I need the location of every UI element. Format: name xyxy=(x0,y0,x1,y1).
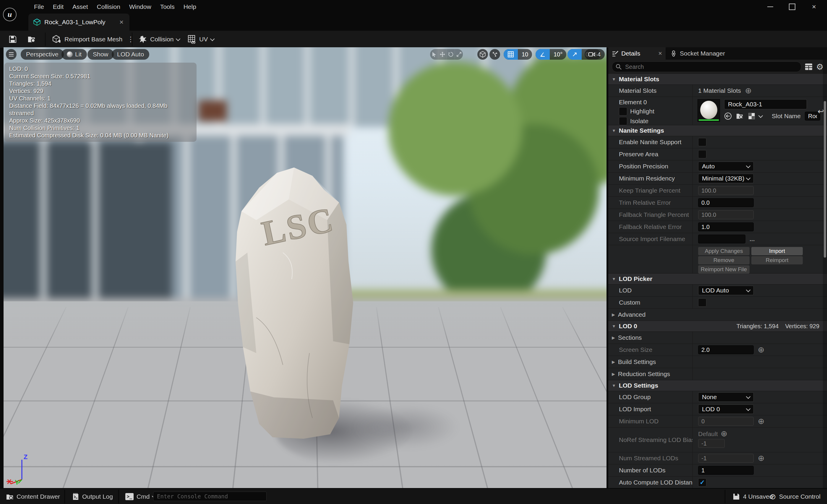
add-material-slot-icon[interactable]: ⊕ xyxy=(745,87,752,95)
isolate-checkbox[interactable] xyxy=(619,117,627,125)
search-input[interactable] xyxy=(625,63,797,70)
rotation-snap-control[interactable]: 10° xyxy=(536,49,566,60)
num-streamed-reset-icon[interactable]: ⊕ xyxy=(758,454,765,462)
screen-size-input[interactable] xyxy=(698,345,754,354)
minimum-lod-input[interactable] xyxy=(698,417,754,426)
menu-edit[interactable]: Edit xyxy=(48,1,68,12)
enable-nanite-checkbox[interactable] xyxy=(698,138,707,146)
camera-speed-control[interactable]: 4 xyxy=(585,49,605,60)
rotation-snap-value[interactable]: 10° xyxy=(550,49,566,60)
browse-to-asset-button[interactable] xyxy=(27,33,37,46)
build-settings-expander[interactable]: ▶ Build Settings xyxy=(608,356,827,368)
menu-help[interactable]: Help xyxy=(179,1,201,12)
chevron-down-icon[interactable] xyxy=(759,113,763,118)
num-streamed-lods-input[interactable] xyxy=(698,454,754,463)
position-precision-dropdown[interactable]: Auto xyxy=(698,162,754,171)
minimum-residency-dropdown[interactable]: Minimal (32KB) xyxy=(698,174,754,183)
surface-snapping-button[interactable] xyxy=(489,49,500,60)
reduction-settings-expander[interactable]: ▶ Reduction Settings xyxy=(608,368,827,380)
material-asset-dropdown[interactable]: Rock_A03-1 xyxy=(724,99,807,109)
uv-menu-button[interactable]: UV xyxy=(187,33,214,46)
close-button[interactable]: × xyxy=(808,2,820,11)
grid-snap-control[interactable]: 10 xyxy=(504,49,532,60)
console-command-input[interactable] xyxy=(156,493,263,500)
tab-close-icon[interactable]: × xyxy=(118,18,125,26)
show-menu-button[interactable]: Show xyxy=(88,49,114,60)
remove-button[interactable]: Remove xyxy=(698,256,749,264)
section-nanite-settings[interactable]: ▼ Nanite Settings xyxy=(608,125,827,136)
tab-details[interactable]: Details × xyxy=(608,47,666,60)
auto-compute-lod-checkbox[interactable]: ✓ xyxy=(698,478,707,487)
settings-gear-icon[interactable]: ⚙ xyxy=(816,62,823,72)
browse-to-material-icon[interactable] xyxy=(736,112,744,120)
section-lod0[interactable]: ▼ LOD 0 Triangles: 1,594 Vertices: 929 xyxy=(608,321,827,332)
perspective-button[interactable]: Perspective xyxy=(21,49,64,60)
advanced-expander[interactable]: ▶ Advanced xyxy=(608,309,827,321)
minimum-lod-reset-icon[interactable]: ⊕ xyxy=(758,417,765,425)
source-import-filename-input[interactable] xyxy=(698,235,745,243)
material-thumbnail[interactable] xyxy=(697,99,720,122)
use-selected-asset-icon[interactable] xyxy=(724,112,732,120)
lod-dropdown[interactable]: LOD Auto xyxy=(698,286,754,295)
scale-snap-toggle[interactable]: ↗ xyxy=(568,49,582,60)
cmd-button[interactable]: >_ Cmd xyxy=(125,491,156,502)
custom-checkbox[interactable] xyxy=(698,298,707,307)
rotation-snap-toggle[interactable] xyxy=(536,49,550,60)
import-button[interactable]: Import xyxy=(751,247,803,255)
lit-mode-button[interactable]: Lit xyxy=(61,49,87,60)
reimport-options-kebab-icon[interactable]: ⋮ xyxy=(125,35,134,43)
section-lod-settings[interactable]: ▼ LOD Settings xyxy=(608,380,827,391)
menu-tools[interactable]: Tools xyxy=(156,1,179,12)
highlight-checkbox[interactable] xyxy=(619,107,627,115)
apply-changes-button[interactable]: Apply Changes xyxy=(698,247,749,255)
grid-snap-value[interactable]: 10 xyxy=(518,49,532,60)
rotate-tool-button[interactable] xyxy=(446,49,454,60)
screen-size-reset-icon[interactable]: ⊕ xyxy=(758,346,765,354)
fallback-relative-error-input[interactable] xyxy=(698,222,754,231)
details-scrollbar-thumb[interactable] xyxy=(824,101,826,258)
preserve-area-checkbox[interactable] xyxy=(698,150,707,158)
search-box[interactable] xyxy=(612,61,801,72)
collision-menu-button[interactable]: Collision xyxy=(138,33,180,46)
lod-group-dropdown[interactable]: None xyxy=(698,392,754,402)
lod-import-dropdown[interactable]: LOD 0 xyxy=(698,404,754,414)
fallback-triangle-percent-input[interactable] xyxy=(698,210,754,219)
menu-collision[interactable]: Collision xyxy=(93,1,125,12)
source-control-button[interactable]: ⊘ Source Control xyxy=(770,491,821,502)
unreal-logo-icon[interactable]: u xyxy=(3,8,16,21)
material-utility-checker-icon[interactable] xyxy=(748,113,755,119)
tab-details-close-icon[interactable]: × xyxy=(658,50,662,57)
section-lod-picker[interactable]: ▼ LOD Picker xyxy=(608,273,827,285)
number-of-lods-input[interactable] xyxy=(698,466,754,475)
grid-snap-toggle[interactable] xyxy=(504,49,518,60)
details-scrollbar-track[interactable] xyxy=(823,60,827,488)
viewport[interactable]: LSC Z X Y Perspective Lit Show xyxy=(4,47,606,488)
output-log-button[interactable]: Output Log xyxy=(72,491,113,502)
content-drawer-button[interactable]: Content Drawer xyxy=(6,491,60,502)
menu-asset[interactable]: Asset xyxy=(68,1,93,12)
console-command-box[interactable] xyxy=(153,492,266,501)
keep-triangle-percent-input[interactable] xyxy=(698,186,754,195)
reimport-button[interactable]: Reimport xyxy=(751,256,803,264)
unsaved-assets-button[interactable]: * 4 Unsaved xyxy=(732,491,773,502)
minimize-button[interactable] xyxy=(764,2,776,11)
noref-reset-icon[interactable]: ⊕ xyxy=(721,430,728,438)
coordinate-system-button[interactable] xyxy=(477,49,488,60)
tab-socket-manager[interactable]: Socket Manager xyxy=(666,47,730,60)
save-button[interactable] xyxy=(8,33,17,46)
maximize-button[interactable] xyxy=(786,2,798,11)
move-tool-button[interactable] xyxy=(438,49,446,60)
tab-rock-a03-1-lowpoly[interactable]: Rock_A03-1_LowPoly × xyxy=(29,13,130,31)
display-filter-icon[interactable] xyxy=(805,63,813,70)
viewport-options-button[interactable] xyxy=(6,49,16,60)
noref-lod-bias-input[interactable] xyxy=(698,439,725,448)
lod-auto-button[interactable]: LOD Auto xyxy=(112,49,149,60)
menu-file[interactable]: File xyxy=(30,1,48,12)
rock-mesh[interactable]: LSC xyxy=(215,164,370,440)
trim-relative-error-input[interactable] xyxy=(698,198,754,207)
reimport-base-mesh-button[interactable]: Reimport Base Mesh ⋮ xyxy=(52,33,134,46)
reimport-new-file-button[interactable]: Reimport New File xyxy=(698,265,749,273)
browse-file-ellipsis-button[interactable]: ... xyxy=(749,236,755,243)
section-material-slots[interactable]: ▼ Material Slots xyxy=(608,74,827,85)
sections-expander[interactable]: ▶ Sections xyxy=(608,332,827,344)
